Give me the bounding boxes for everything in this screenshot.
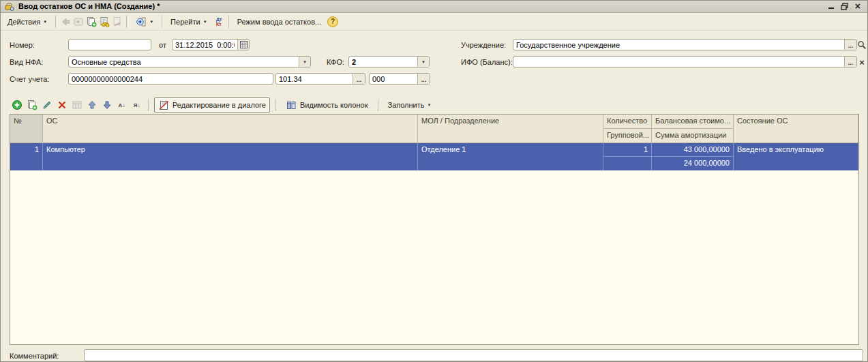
- sort-descending-icon[interactable]: Я↓: [131, 100, 143, 111]
- column-header-num[interactable]: №: [10, 115, 43, 143]
- nfa-kind-input[interactable]: [69, 57, 299, 67]
- delete-row-icon[interactable]: [56, 100, 68, 111]
- account-picker-button[interactable]: ...: [353, 74, 365, 84]
- column-header-mol[interactable]: МОЛ / Подразделение: [418, 115, 603, 143]
- row-cell-os[interactable]: Компьютер: [43, 143, 418, 170]
- kfo-combo[interactable]: ▼: [348, 56, 430, 67]
- move-up-icon[interactable]: [86, 100, 98, 111]
- add-row-icon[interactable]: [11, 100, 23, 111]
- toolbar-separator: [148, 99, 149, 111]
- close-button[interactable]: ×: [855, 3, 860, 10]
- window-title: Ввод остатков ОС и НМА (Создание) *: [18, 2, 160, 10]
- kfo-dropdown-button[interactable]: ▼: [417, 57, 429, 67]
- institution-input[interactable]: [513, 40, 844, 50]
- minimize-button[interactable]: [828, 2, 834, 10]
- assets-table[interactable]: № ОС МОЛ / Подразделение Количество Бала…: [10, 114, 859, 345]
- restore-button[interactable]: [841, 3, 848, 10]
- institution-label: Учреждение:: [461, 41, 506, 49]
- toolbar-separator: [378, 99, 378, 111]
- date-input[interactable]: [173, 40, 237, 50]
- prev-record-icon: [59, 16, 71, 27]
- row-cell-amort[interactable]: 24 000,00000: [652, 157, 734, 170]
- column-header-amort[interactable]: Сумма амортизации: [652, 129, 734, 143]
- institution-open-button[interactable]: [856, 40, 867, 50]
- account-code-input[interactable]: [68, 73, 273, 85]
- account-label: Счет учета:: [10, 75, 49, 83]
- ifo-label: ИФО (Баланс):: [461, 58, 513, 66]
- help-icon[interactable]: ?: [327, 16, 338, 27]
- calendar-icon: [240, 41, 248, 48]
- account-number-input[interactable]: [276, 74, 353, 84]
- go-to-list-button[interactable]: ▼: [130, 15, 158, 29]
- chevron-down-icon: ▼: [149, 20, 153, 24]
- row-cell-group[interactable]: [603, 157, 652, 170]
- column-header-os[interactable]: ОС: [43, 115, 418, 143]
- chevron-down-icon: ▼: [428, 103, 432, 107]
- nfa-dropdown-button[interactable]: ▼: [299, 57, 310, 67]
- toolbar-separator: [162, 16, 162, 28]
- ifo-input[interactable]: [513, 57, 844, 67]
- copy-add-icon[interactable]: [85, 16, 97, 27]
- row-cell-num[interactable]: 1: [10, 143, 43, 170]
- column-visibility-button[interactable]: Видимость колонок: [282, 97, 372, 112]
- institution-field[interactable]: ...: [513, 39, 857, 50]
- sort-ascending-icon[interactable]: А↓: [116, 100, 128, 111]
- move-down-icon[interactable]: [101, 100, 113, 111]
- unpost-document-icon: [111, 16, 123, 27]
- refresh-icon: [72, 16, 84, 27]
- window-icon: [3, 1, 15, 12]
- column-header-group[interactable]: Групповой...: [603, 129, 652, 143]
- account-kps-field[interactable]: ...: [369, 73, 430, 85]
- balance-entry-mode-button[interactable]: Режим ввода остатков...: [233, 15, 327, 29]
- row-cell-mol[interactable]: Отделение 1: [418, 143, 603, 170]
- edit-in-dialog-toggle[interactable]: Редактирование в диалоге: [154, 97, 270, 112]
- toolbar-separator: [55, 16, 56, 28]
- actions-button[interactable]: Действия ▼: [3, 15, 52, 29]
- row-cell-qty[interactable]: 1: [603, 143, 652, 157]
- column-header-state[interactable]: Состояние ОС: [734, 115, 858, 143]
- chevron-down-icon: ▼: [43, 20, 47, 24]
- ifo-clear-button[interactable]: ×: [856, 57, 867, 67]
- end-edit-icon: [71, 100, 83, 111]
- columns-icon: [286, 100, 297, 111]
- chevron-down-icon: ▼: [203, 20, 207, 24]
- date-from-label: от: [159, 41, 166, 49]
- date-field[interactable]: [172, 39, 250, 50]
- number-label: Номер:: [10, 41, 35, 49]
- comment-input[interactable]: [84, 349, 863, 361]
- toolbar-separator: [228, 16, 229, 28]
- number-input[interactable]: [68, 39, 151, 50]
- row-cell-state[interactable]: Введено в эксплуатацию: [734, 143, 858, 170]
- toolbar-separator: [126, 16, 127, 28]
- window-titlebar: Ввод остатков ОС и НМА (Создание) * ×: [0, 0, 868, 13]
- dt-kt-icon[interactable]: Дт Кт: [213, 16, 225, 27]
- post-document-icon[interactable]: [98, 16, 110, 27]
- fill-button[interactable]: Заполнить ▼: [384, 97, 436, 112]
- copy-row-icon[interactable]: [26, 100, 38, 111]
- nfa-kind-label: Вид НФА:: [10, 58, 43, 66]
- account-kps-input[interactable]: [370, 74, 417, 84]
- edit-dialog-icon: [158, 100, 170, 111]
- assets-grid: № ОС МОЛ / Подразделение Количество Бала…: [10, 115, 858, 170]
- column-header-qty[interactable]: Количество: [603, 115, 652, 129]
- comment-label: Комментарий:: [10, 352, 59, 360]
- ifo-picker-button[interactable]: ...: [844, 57, 856, 67]
- edit-row-icon[interactable]: [41, 100, 53, 111]
- kfo-input[interactable]: [349, 57, 417, 67]
- toolbar-separator: [275, 99, 276, 111]
- ifo-field[interactable]: ...: [513, 56, 857, 67]
- restore-icon: [841, 3, 848, 10]
- calendar-button[interactable]: [237, 40, 249, 50]
- account-kps-picker-button[interactable]: ...: [417, 74, 430, 84]
- row-cell-balance[interactable]: 43 000,00000: [652, 143, 734, 157]
- kfo-label: КФО:: [327, 58, 344, 66]
- column-header-balance[interactable]: Балансовая стоимо...: [652, 115, 734, 129]
- account-number-field[interactable]: ...: [275, 73, 365, 85]
- institution-picker-button[interactable]: ...: [844, 40, 856, 50]
- go-arrow-icon: [135, 16, 147, 27]
- nfa-kind-combo[interactable]: ▼: [68, 56, 311, 67]
- goto-button[interactable]: Перейти ▼: [166, 15, 212, 29]
- search-icon: [857, 40, 867, 50]
- grid-toolbar: А↓ Я↓ Редактирование в диалоге Видимость…: [11, 97, 435, 113]
- window-controls: ×: [828, 2, 865, 10]
